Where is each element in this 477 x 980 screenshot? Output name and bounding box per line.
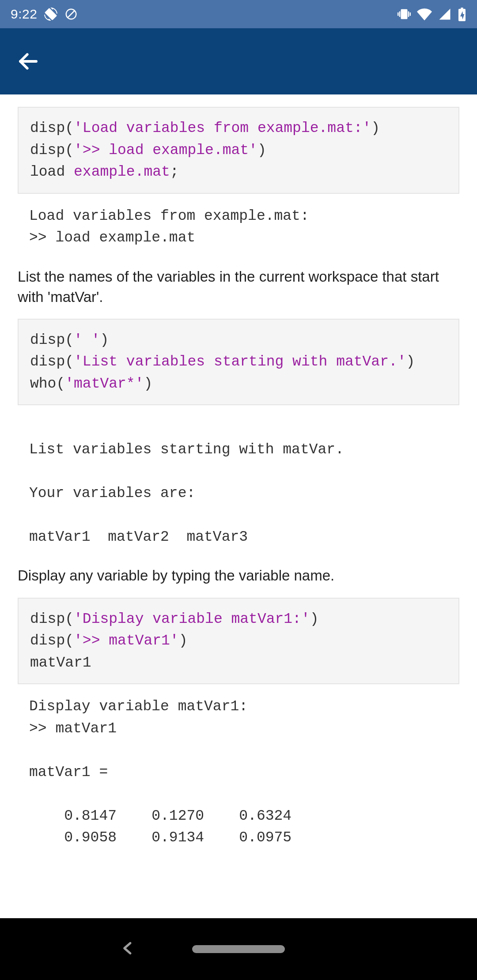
battery-charging-icon xyxy=(458,7,466,21)
prose-text: Display any variable by typing the varia… xyxy=(18,565,459,597)
autorotate-icon xyxy=(44,8,57,21)
code-block: disp('Load variables from example.mat:')… xyxy=(18,107,459,194)
system-nav-bar xyxy=(0,918,477,980)
nav-back-button[interactable] xyxy=(119,939,137,959)
status-time: 9:22 xyxy=(11,7,37,22)
nav-home-pill[interactable] xyxy=(192,945,285,953)
back-button[interactable] xyxy=(12,45,44,77)
status-bar: 9:22 xyxy=(0,0,477,28)
output-block: Load variables from example.mat: >> load… xyxy=(18,203,459,257)
wifi-icon xyxy=(417,7,432,22)
app-bar xyxy=(0,28,477,94)
vibrate-icon xyxy=(398,8,411,21)
do-not-disturb-icon xyxy=(64,8,78,21)
signal-icon xyxy=(438,8,451,21)
content-area[interactable]: disp('Load variables from example.mat:')… xyxy=(0,94,477,918)
code-block: disp(' ')disp('List variables starting w… xyxy=(18,319,459,406)
output-block: Display variable matVar1: >> matVar1 mat… xyxy=(18,693,459,857)
prose-text: List the names of the variables in the c… xyxy=(18,267,459,319)
output-block: List variables starting with matVar. You… xyxy=(18,414,459,556)
code-block: disp('Display variable matVar1:')disp('>… xyxy=(18,598,459,685)
